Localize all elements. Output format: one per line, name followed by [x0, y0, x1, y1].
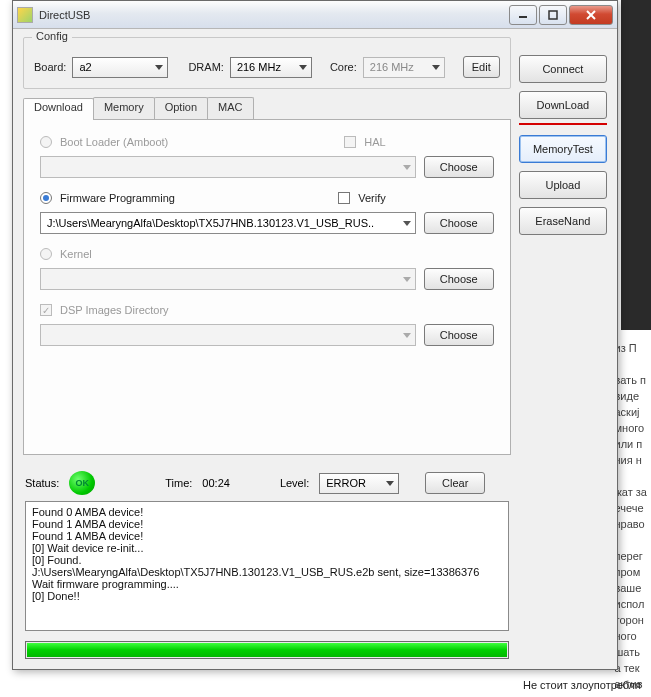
- chevron-down-icon: [386, 481, 394, 486]
- tab-mac[interactable]: MAC: [207, 97, 253, 119]
- dsp-path-combo: [40, 324, 416, 346]
- board-label: Board:: [34, 61, 66, 73]
- maximize-button[interactable]: [539, 5, 567, 25]
- app-icon: [17, 7, 33, 23]
- config-group: Config Board: a2 DRAM: 216 MHz Core: 216…: [23, 37, 511, 89]
- log-textarea[interactable]: Found 0 AMBA device! Found 1 AMBA device…: [25, 501, 509, 631]
- progress-bar: [25, 641, 509, 659]
- firmware-choose-button[interactable]: Choose: [424, 212, 494, 234]
- level-label: Level:: [280, 477, 309, 489]
- chevron-down-icon: [403, 277, 411, 282]
- hal-label: HAL: [364, 136, 385, 148]
- chevron-down-icon: [403, 165, 411, 170]
- titlebar[interactable]: DirectUSB: [13, 1, 617, 29]
- status-label: Status:: [25, 477, 59, 489]
- chevron-down-icon: [299, 65, 307, 70]
- hal-check: [344, 136, 356, 148]
- chevron-down-icon: [432, 65, 440, 70]
- kernel-choose-button[interactable]: Choose: [424, 268, 494, 290]
- status-ok-badge: OK: [69, 471, 95, 495]
- dsp-check: ✓: [40, 304, 52, 316]
- chevron-down-icon: [403, 221, 411, 226]
- level-combo[interactable]: ERROR: [319, 473, 399, 494]
- close-button[interactable]: [569, 5, 613, 25]
- memorytest-button[interactable]: MemoryTest: [519, 135, 607, 163]
- time-label: Time:: [165, 477, 192, 489]
- bootloader-label: Boot Loader (Amboot): [60, 136, 168, 148]
- tab-memory[interactable]: Memory: [93, 97, 155, 119]
- bootloader-radio: [40, 136, 52, 148]
- dram-combo[interactable]: 216 MHz: [230, 57, 312, 78]
- minimize-button[interactable]: [509, 5, 537, 25]
- chevron-down-icon: [155, 65, 163, 70]
- window-title: DirectUSB: [39, 9, 507, 21]
- firmware-path-combo[interactable]: J:\Users\MearyngAlfa\Desktop\TX5J7HNB.13…: [40, 212, 416, 234]
- tab-strip: Download Memory Option MAC: [23, 97, 511, 119]
- bootloader-path-combo: [40, 156, 416, 178]
- config-group-title: Config: [32, 30, 72, 42]
- bg-footer: Не стоит злоупотребля: [523, 679, 641, 691]
- download-button[interactable]: DownLoad: [519, 91, 607, 119]
- kernel-radio: [40, 248, 52, 260]
- dsp-label: DSP Images Directory: [60, 304, 169, 316]
- dram-label: DRAM:: [188, 61, 223, 73]
- edit-button[interactable]: Edit: [463, 56, 500, 78]
- tab-option[interactable]: Option: [154, 97, 208, 119]
- kernel-path-combo: [40, 268, 416, 290]
- svg-rect-1: [549, 11, 557, 19]
- status-row: Status: OK Time: 00:24 Level: ERROR Clea…: [25, 471, 509, 495]
- core-label: Core:: [330, 61, 357, 73]
- verify-label: Verify: [358, 192, 386, 204]
- firmware-radio[interactable]: [40, 192, 52, 204]
- progress-fill: [27, 643, 507, 657]
- erasenand-button[interactable]: EraseNand: [519, 207, 607, 235]
- board-combo[interactable]: a2: [72, 57, 168, 78]
- upload-button[interactable]: Upload: [519, 171, 607, 199]
- verify-check[interactable]: [338, 192, 350, 204]
- chevron-down-icon: [403, 333, 411, 338]
- bootloader-choose-button[interactable]: Choose: [424, 156, 494, 178]
- clear-button[interactable]: Clear: [425, 472, 485, 494]
- download-underline: [519, 123, 607, 125]
- core-combo: 216 MHz: [363, 57, 445, 78]
- dsp-choose-button[interactable]: Choose: [424, 324, 494, 346]
- time-value: 00:24: [202, 477, 230, 489]
- app-window: DirectUSB Config Board: a2 DRAM: 216 MHz…: [12, 0, 618, 670]
- download-panel: Boot Loader (Amboot) HAL Choose Firmware…: [23, 119, 511, 455]
- tab-download[interactable]: Download: [23, 98, 94, 120]
- connect-button[interactable]: Connect: [519, 55, 607, 83]
- kernel-label: Kernel: [60, 248, 92, 260]
- firmware-label: Firmware Programming: [60, 192, 175, 204]
